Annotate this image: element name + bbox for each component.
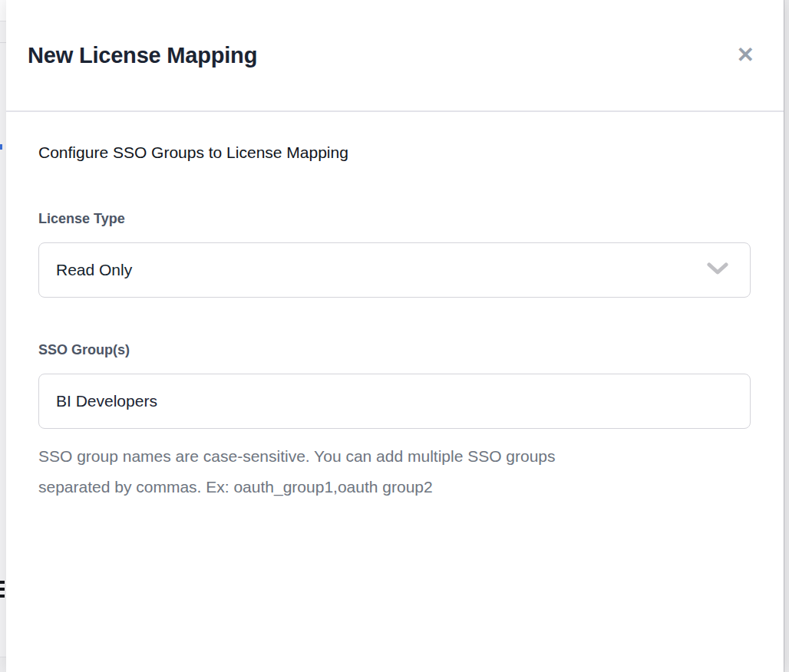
page-behind-left-strip [0,0,6,672]
sso-groups-help-text: SSO group names are case-sensitive. You … [38,441,591,502]
left-accent-dot [0,144,2,150]
license-type-label: License Type [38,211,750,227]
page-behind-bottom-segment [0,657,6,672]
license-type-select[interactable]: Read Only [38,242,751,298]
page-behind-right-gutter [784,0,789,672]
menu-lines-icon [0,581,5,584]
sso-groups-label: SSO Group(s) [38,342,750,358]
menu-lines-icon [0,588,5,591]
sso-groups-input[interactable] [38,374,751,429]
page-behind-divider [0,42,6,43]
modal-body: Configure SSO Groups to License Mapping … [6,112,784,502]
modal-title: New License Mapping [28,43,257,68]
license-type-selected-value: Read Only [56,261,132,279]
new-license-mapping-modal: New License Mapping ✕ Configure SSO Grou… [6,0,784,672]
menu-lines-icon [0,595,5,598]
close-icon[interactable]: ✕ [737,44,754,66]
chevron-down-icon [707,262,728,278]
modal-description: Configure SSO Groups to License Mapping [38,143,750,162]
page-behind-top-segment [0,0,6,21]
modal-header: New License Mapping ✕ [6,0,784,112]
